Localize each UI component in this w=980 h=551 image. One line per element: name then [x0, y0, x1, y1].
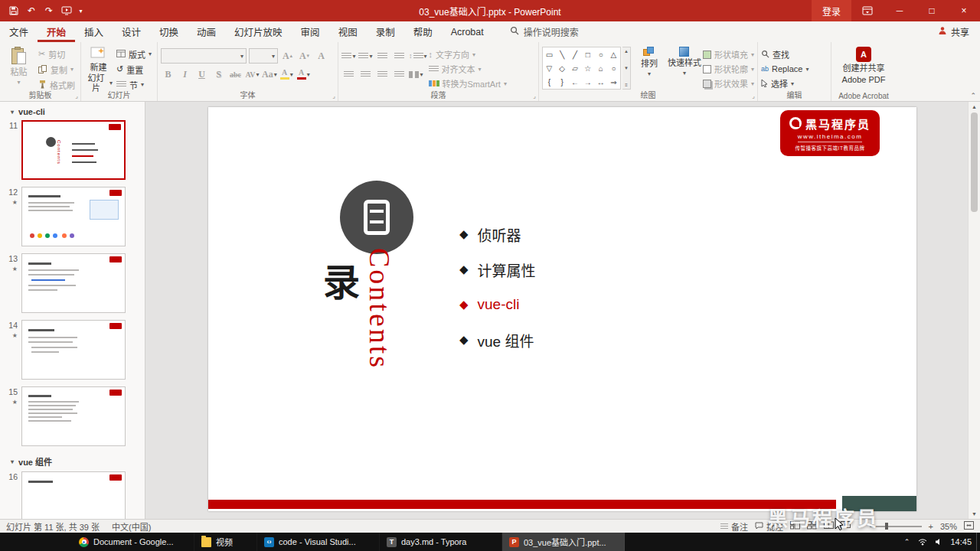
italic-button[interactable]: I — [178, 67, 192, 82]
zoom-percentage[interactable]: 35% — [940, 522, 957, 531]
hidden-icons-chevron-icon[interactable]: ⌃ — [902, 538, 911, 546]
line-spacing-button[interactable]: ↕▾ — [409, 48, 427, 64]
font-dialog-launcher[interactable]: ⌟ — [332, 93, 335, 99]
toc-item[interactable]: ◆ 侦听器 — [459, 223, 536, 245]
toc-item[interactable]: ◆ vue 组件 — [459, 329, 536, 350]
find-button[interactable]: 查找 — [761, 47, 808, 61]
replace-button[interactable]: ab Replace▾ — [761, 62, 808, 76]
slide-thumbnail-16[interactable] — [21, 471, 126, 519]
text-shadow-button[interactable]: S — [211, 67, 226, 82]
text-direction-button[interactable]: ↕ 文字方向▾ — [429, 47, 507, 61]
volume-icon[interactable] — [934, 538, 943, 546]
align-center-button[interactable] — [358, 67, 373, 82]
tab-transitions[interactable]: 切换 — [150, 21, 188, 42]
minimize-button[interactable]: ─ — [884, 0, 916, 21]
cut-button[interactable]: ✂ 剪切 — [36, 47, 77, 61]
slide-thumbnail-14[interactable] — [21, 320, 126, 380]
close-button[interactable]: × — [948, 0, 980, 21]
paste-button[interactable]: 粘贴▾ — [3, 44, 34, 90]
toc-item[interactable]: ◆ 计算属性 — [459, 259, 536, 280]
maximize-button[interactable]: □ — [916, 0, 948, 21]
taskbar-item-typora[interactable]: T day3.md - Typora — [380, 533, 502, 551]
font-name-combo[interactable]: ▾ — [161, 48, 247, 64]
itheima-logo[interactable]: 黑马程序员 www.itheima.com 传智播客旗下高端IT教育品牌 — [780, 110, 880, 156]
tab-slide-show[interactable]: 幻灯片放映 — [225, 21, 292, 42]
network-icon[interactable] — [918, 539, 927, 546]
notes-button[interactable]: 备注 — [720, 520, 748, 533]
taskbar-item-video-folder[interactable]: 视频 — [194, 533, 257, 551]
decrease-indent-button[interactable] — [375, 48, 390, 64]
section-header-vue-cli[interactable]: ▾ vue-cli — [0, 105, 145, 118]
align-text-button[interactable]: 对齐文本▾ — [429, 62, 507, 76]
slide-thumbnail-15[interactable] — [21, 386, 126, 446]
reset-button[interactable]: ↺ 重置 — [114, 62, 154, 77]
text-highlight-color-button[interactable]: A ▾ — [279, 67, 294, 82]
start-slideshow-icon[interactable] — [59, 3, 74, 18]
tab-insert[interactable]: 插入 — [75, 21, 113, 42]
slide-thumbnail-11[interactable]: Contents — [21, 120, 126, 180]
taskbar-item-powerpoint[interactable]: P 03_vue基础入门.ppt... — [502, 533, 625, 551]
shape-outline-button[interactable]: 形状轮廓▾ — [703, 62, 754, 76]
scroll-down-icon[interactable]: ▼ — [972, 511, 977, 517]
shape-fill-button[interactable]: 形状填充▾ — [703, 47, 754, 61]
shapes-gallery-scrollbar[interactable]: ▲▼≡ — [622, 47, 631, 90]
character-spacing-button[interactable]: AV▾ — [245, 67, 260, 82]
columns-button[interactable]: ▾ — [409, 67, 423, 82]
toc-circle[interactable] — [340, 181, 413, 254]
strikethrough-button[interactable]: abc — [228, 67, 243, 82]
change-case-button[interactable]: Aa▾ — [262, 67, 277, 82]
contents-vertical-text[interactable]: Contents — [363, 248, 397, 370]
increase-indent-button[interactable] — [392, 48, 407, 64]
zoom-in-icon[interactable]: + — [929, 522, 933, 531]
scroll-up-icon[interactable]: ▲ — [972, 104, 977, 109]
shrink-font-button[interactable]: A▾ — [297, 48, 312, 64]
collapse-ribbon-icon[interactable]: ⌃ — [970, 92, 976, 99]
toc-lu-character[interactable]: 录 — [323, 253, 360, 306]
tab-home[interactable]: 开始 — [38, 21, 75, 42]
new-slide-button[interactable]: 新建 幻灯片▾ — [84, 44, 113, 90]
taskbar-item-vscode[interactable]: ‹› code - Visual Studi... — [257, 533, 380, 551]
arrange-button[interactable]: 排列▾ — [632, 44, 666, 90]
qat-customize-icon[interactable]: ▾ — [77, 3, 85, 18]
save-icon[interactable] — [6, 3, 21, 18]
tab-record[interactable]: 录制 — [367, 21, 404, 42]
scrollbar-thumb[interactable] — [971, 112, 978, 212]
zoom-slider-thumb[interactable] — [885, 523, 888, 530]
drawing-dialog-launcher[interactable]: ⌟ — [752, 93, 755, 99]
slide-thumbnail-13[interactable] — [21, 253, 126, 313]
tab-review[interactable]: 审阅 — [292, 21, 329, 42]
language-indicator[interactable]: 中文(中国) — [112, 520, 151, 533]
slide-11-canvas[interactable]: 黑马程序员 www.itheima.com 传智播客旗下高端IT教育品牌 录 C… — [208, 107, 916, 511]
fit-to-window-icon[interactable] — [964, 521, 974, 531]
tab-design[interactable]: 设计 — [113, 21, 150, 42]
vertical-scrollbar[interactable]: ▲ ▼ — [968, 102, 980, 519]
slide-thumbnail-12[interactable] — [21, 187, 126, 246]
tab-help[interactable]: 帮助 — [404, 21, 442, 42]
layout-button[interactable]: 版式▾ — [114, 47, 154, 61]
align-right-button[interactable] — [375, 67, 390, 82]
toc-item[interactable]: ◆ vue-cli — [459, 294, 536, 315]
clear-formatting-button[interactable]: A — [314, 48, 328, 64]
tab-view[interactable]: 视图 — [329, 21, 367, 42]
undo-icon[interactable]: ↶ — [24, 3, 39, 18]
tab-animations[interactable]: 动画 — [188, 21, 225, 42]
ribbon-display-options-icon[interactable] — [851, 0, 884, 21]
shapes-gallery[interactable]: ▭╲╱□○△ ▽◇▱☆⌂○ {}←→↔⇒ — [542, 47, 621, 90]
clipboard-dialog-launcher[interactable]: ⌟ — [75, 93, 78, 99]
tellme-search[interactable]: 操作说明搜索 — [510, 21, 579, 42]
font-color-button[interactable]: A ▾ — [296, 67, 311, 82]
paragraph-dialog-launcher[interactable]: ⌟ — [533, 93, 536, 99]
quick-styles-button[interactable]: 快速样式▾ — [668, 44, 701, 90]
justify-button[interactable] — [392, 67, 407, 82]
signin-button[interactable]: 登录 — [812, 0, 851, 21]
taskbar-item-chrome[interactable]: Document - Google... — [72, 533, 194, 551]
bullets-button[interactable]: ▾ — [341, 48, 356, 64]
tab-file[interactable]: 文件 — [0, 21, 38, 42]
align-left-button[interactable] — [341, 67, 356, 82]
tray-time[interactable]: 14:45 — [950, 537, 972, 546]
grow-font-button[interactable]: A▴ — [280, 48, 295, 64]
section-header-vue-component[interactable]: ▾ vue 组件 — [0, 453, 145, 469]
numbering-button[interactable]: ▾ — [358, 48, 373, 64]
tab-acrobat[interactable]: Acrobat — [442, 21, 493, 42]
font-size-combo[interactable]: ▾ — [249, 48, 278, 64]
